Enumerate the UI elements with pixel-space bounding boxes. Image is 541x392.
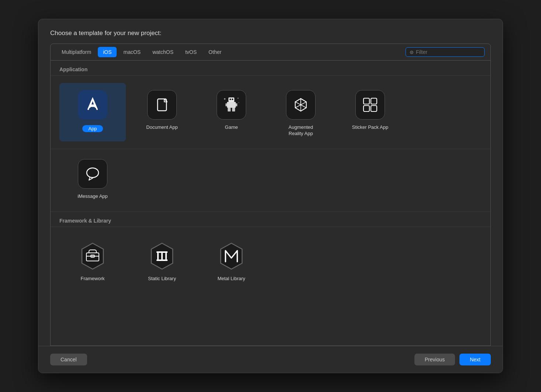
template-item-static-library[interactable]: Static Library xyxy=(129,234,195,286)
imessage-app-label: iMessage App xyxy=(77,193,108,200)
template-item-ar-app[interactable]: AugmentedReality App xyxy=(268,83,334,141)
svg-rect-7 xyxy=(232,108,235,111)
framework-grid: Framework Static Library xyxy=(51,227,490,294)
ar-app-svg xyxy=(292,96,310,114)
template-item-imessage-app[interactable]: iMessage App xyxy=(59,152,126,204)
cancel-button[interactable]: Cancel xyxy=(50,354,87,365)
previous-button[interactable]: Previous xyxy=(414,354,455,365)
new-project-dialog: Choose a template for your new project: … xyxy=(38,19,503,373)
document-app-icon-wrap xyxy=(146,89,178,121)
tab-ios[interactable]: iOS xyxy=(98,47,117,57)
sticker-pack-svg xyxy=(361,96,379,114)
svg-rect-32 xyxy=(161,253,163,259)
svg-line-17 xyxy=(295,105,301,108)
svg-rect-19 xyxy=(363,98,369,104)
svg-rect-5 xyxy=(236,103,237,106)
svg-rect-8 xyxy=(230,99,231,100)
ar-app-icon-wrap xyxy=(285,89,317,121)
framework-svg xyxy=(77,240,108,272)
app-icon-wrap: A xyxy=(77,89,108,121)
sticker-pack-label: Sticker Pack App xyxy=(352,124,388,131)
template-item-game[interactable]: Game xyxy=(198,83,265,141)
svg-rect-30 xyxy=(156,251,168,253)
framework-label: Framework xyxy=(80,276,104,282)
static-library-svg xyxy=(146,240,178,272)
svg-point-10 xyxy=(224,98,225,100)
svg-rect-4 xyxy=(225,103,227,106)
ar-app-label: AugmentedReality App xyxy=(289,124,313,137)
tab-multiplatform[interactable]: Multiplatform xyxy=(56,47,96,57)
svg-rect-3 xyxy=(227,102,236,108)
svg-rect-6 xyxy=(228,108,231,111)
svg-rect-2 xyxy=(228,97,234,102)
tab-macos[interactable]: macOS xyxy=(118,47,146,57)
tab-other[interactable]: Other xyxy=(203,47,227,57)
template-item-app[interactable]: A App xyxy=(59,83,126,141)
template-item-sticker-pack[interactable]: Sticker Pack App xyxy=(337,83,403,141)
content-area: Application A App xyxy=(50,61,491,346)
svg-point-11 xyxy=(238,98,239,99)
next-button[interactable]: Next xyxy=(459,354,491,365)
svg-rect-1 xyxy=(158,99,166,111)
svg-rect-20 xyxy=(371,98,377,104)
svg-rect-29 xyxy=(156,259,168,261)
game-label: Game xyxy=(225,124,238,131)
svg-point-23 xyxy=(87,168,99,178)
svg-rect-31 xyxy=(157,253,159,259)
svg-rect-22 xyxy=(371,106,377,111)
document-app-svg xyxy=(154,97,170,113)
filter-wrap: ⊜ xyxy=(406,47,485,57)
metal-library-icon-wrap xyxy=(216,240,247,272)
tab-watchos[interactable]: watchOS xyxy=(147,47,179,57)
template-item-metal-library[interactable]: Metal Library xyxy=(198,234,265,286)
template-item-framework[interactable]: Framework xyxy=(59,234,126,286)
svg-point-12 xyxy=(238,102,239,103)
template-item-document-app[interactable]: Document App xyxy=(129,83,195,141)
filter-icon: ⊜ xyxy=(410,49,414,55)
bottom-bar: Cancel Previous Next xyxy=(38,346,503,373)
document-app-label: Document App xyxy=(146,124,178,131)
nav-buttons: Previous Next xyxy=(414,354,491,365)
app-svg-icon: A xyxy=(84,96,101,114)
application-grid: A App xyxy=(51,76,490,149)
tab-tvos[interactable]: tvOS xyxy=(180,47,202,57)
svg-marker-34 xyxy=(221,243,242,269)
metal-library-label: Metal Library xyxy=(217,276,245,282)
svg-rect-9 xyxy=(232,99,233,100)
game-icon-wrap xyxy=(216,89,247,121)
filter-input[interactable] xyxy=(416,49,480,55)
metal-library-svg xyxy=(216,240,247,272)
game-svg xyxy=(222,95,241,114)
dialog-title: Choose a template for your new project: xyxy=(50,30,491,37)
app-label: App xyxy=(82,125,103,132)
svg-rect-21 xyxy=(363,106,369,111)
imessage-app-icon-wrap xyxy=(77,158,108,190)
svg-line-18 xyxy=(301,105,306,108)
svg-rect-33 xyxy=(165,253,167,259)
imessage-app-svg xyxy=(83,165,102,183)
section-header-application: Application xyxy=(51,61,490,76)
dialog-header: Choose a template for your new project: … xyxy=(38,19,503,61)
framework-icon-wrap xyxy=(77,240,108,272)
static-library-label: Static Library xyxy=(148,276,176,282)
section-header-framework: Framework & Library xyxy=(51,212,490,227)
static-library-icon-wrap xyxy=(146,240,178,272)
sticker-pack-icon-wrap xyxy=(354,89,386,121)
